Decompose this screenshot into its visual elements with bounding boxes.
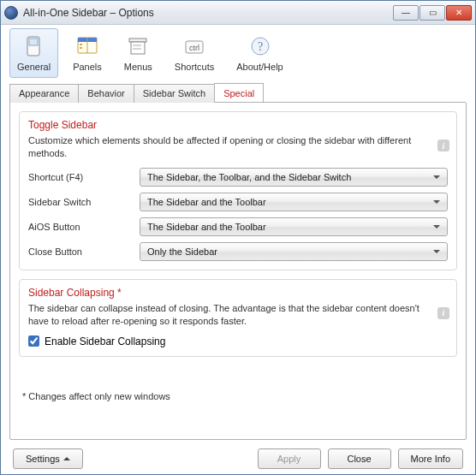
row-shortcut: Shortcut (F4) The Sidebar, the Toolbar, … — [28, 168, 448, 187]
svg-rect-7 — [129, 39, 146, 42]
close-button[interactable]: Close — [328, 448, 391, 469]
checkbox-enable-collapsing[interactable] — [28, 335, 39, 347]
button-bar: Settings Apply Close More Info — [1, 440, 475, 475]
toolbar-item-shortcuts[interactable]: ctrl Shortcuts — [167, 28, 222, 78]
panels-icon — [74, 33, 101, 60]
more-info-button[interactable]: More Info — [398, 448, 463, 469]
app-icon — [4, 6, 18, 20]
toolbar-label: Shortcuts — [175, 62, 214, 72]
select-sidebar-switch[interactable]: The Sidebar and the Toolbar — [140, 193, 448, 211]
tab-appearance[interactable]: Appearance — [9, 84, 79, 103]
group-toggle-sidebar: Toggle Sidebar Customize which elements … — [19, 111, 457, 270]
group-title: Sidebar Collapsing * — [28, 287, 448, 299]
toolbar-label: Menus — [124, 62, 152, 72]
checkbox-label: Enable Sidebar Collapsing — [45, 335, 165, 347]
select-aios-button[interactable]: The Sidebar and the Toolbar — [140, 217, 448, 236]
label-sidebar-switch: Sidebar Switch — [28, 197, 140, 207]
label-aios-button: AiOS Button — [28, 222, 140, 232]
footnote: * Changes affect only new windows — [19, 365, 457, 405]
button-label: Settings — [26, 454, 60, 464]
caret-up-icon — [63, 454, 70, 460]
row-sidebar-switch: Sidebar Switch The Sidebar and the Toolb… — [28, 193, 448, 211]
svg-rect-8 — [131, 42, 145, 54]
info-icon[interactable]: i — [437, 307, 449, 319]
tab-panel-special: Toggle Sidebar Customize which elements … — [9, 102, 467, 440]
settings-button[interactable]: Settings — [13, 448, 83, 469]
help-icon: ? — [247, 33, 274, 60]
minimize-button[interactable]: — — [393, 5, 419, 21]
checkbox-row-enable-collapsing: Enable Sidebar Collapsing — [28, 335, 448, 347]
svg-text:?: ? — [257, 40, 262, 53]
window-close-button[interactable]: ✕ — [446, 5, 472, 21]
toolbar-label: About/Help — [236, 62, 283, 72]
info-icon[interactable]: i — [437, 140, 449, 151]
svg-rect-6 — [80, 47, 82, 49]
svg-rect-1 — [29, 39, 38, 45]
tab-bar: Appearance Behavior Sidebar Switch Speci… — [1, 78, 475, 102]
toolbar-item-menus[interactable]: Menus — [116, 28, 160, 78]
tab-behavior[interactable]: Behavior — [78, 84, 134, 103]
titlebar: All-in-One Sidebar – Options — ▭ ✕ — [1, 1, 475, 25]
select-value: Only the Sidebar — [147, 246, 217, 257]
label-close-button: Close Button — [28, 246, 140, 257]
row-close-button: Close Button Only the Sidebar — [28, 242, 448, 261]
toolbar-item-about[interactable]: ? About/Help — [229, 28, 290, 78]
row-aios-button: AiOS Button The Sidebar and the Toolbar — [28, 217, 448, 236]
tab-sidebar-switch[interactable]: Sidebar Switch — [134, 84, 215, 103]
svg-rect-5 — [80, 44, 82, 45]
group-sidebar-collapsing: Sidebar Collapsing * The sidebar can col… — [19, 279, 457, 357]
general-icon — [21, 33, 48, 60]
maximize-button[interactable]: ▭ — [419, 5, 445, 21]
select-value: The Sidebar, the Toolbar, and the Sideba… — [147, 172, 351, 182]
group-title: Toggle Sidebar — [28, 119, 448, 131]
select-value: The Sidebar and the Toolbar — [147, 222, 266, 232]
toolbar-item-general[interactable]: General — [9, 28, 58, 78]
apply-button[interactable]: Apply — [258, 448, 321, 469]
menus-icon — [124, 33, 152, 60]
toolbar-item-panels[interactable]: Panels — [65, 28, 110, 78]
window-title: All-in-One Sidebar – Options — [23, 7, 392, 19]
label-shortcut: Shortcut (F4) — [28, 172, 140, 182]
group-description: Customize which elements should be affec… — [28, 134, 448, 161]
main-toolbar: General Panels Menus ctrl Shortcuts ? Ab… — [1, 25, 475, 78]
select-close-button[interactable]: Only the Sidebar — [140, 242, 448, 261]
select-value: The Sidebar and the Toolbar — [147, 197, 266, 207]
shortcuts-icon: ctrl — [181, 33, 208, 60]
select-shortcut[interactable]: The Sidebar, the Toolbar, and the Sideba… — [140, 168, 448, 187]
tab-special[interactable]: Special — [214, 83, 264, 102]
toolbar-label: General — [17, 62, 51, 72]
svg-text:ctrl: ctrl — [189, 44, 199, 52]
group-description: The sidebar can collapse instead of clos… — [28, 302, 448, 329]
toolbar-label: Panels — [73, 62, 102, 72]
